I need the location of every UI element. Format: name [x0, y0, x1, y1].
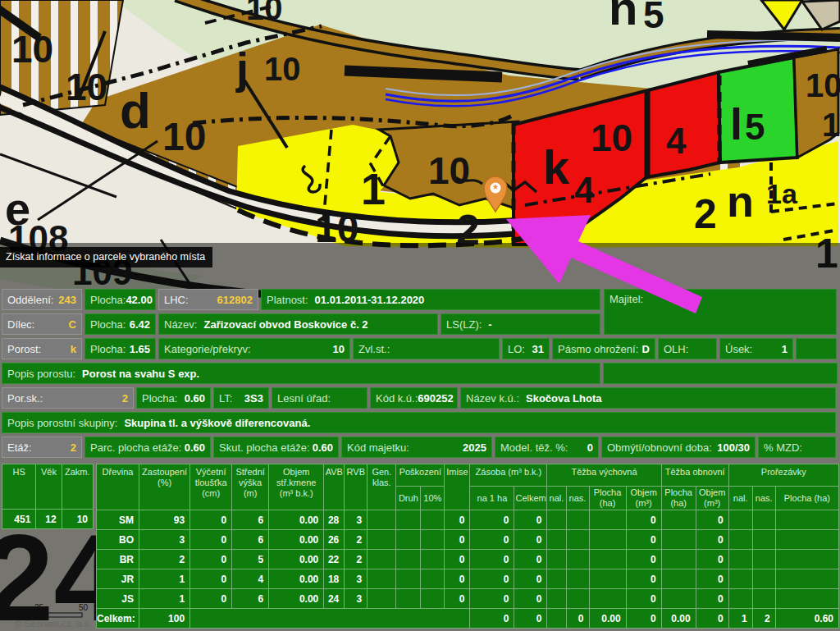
info-label: Plocha: [90, 318, 126, 331]
column-subheader: nal. [547, 487, 566, 510]
info-value: 2025 [463, 441, 486, 454]
map-label: 2 [694, 191, 717, 237]
table-cell: 0 [445, 589, 470, 609]
table-cell: 0 [445, 510, 470, 530]
map-tooltip: Získat informace o parcele vybraného mís… [0, 247, 212, 267]
table-cell [396, 550, 421, 569]
info-row: Oddělení:243Plocha:42.00LHC:612802Platno… [2, 289, 600, 310]
info-label: Kód majetku: [347, 441, 409, 454]
info-value: 2 [71, 441, 76, 454]
table-cell: 26 [324, 530, 345, 550]
info-label: Plocha: [90, 294, 126, 306]
field-lesni-urad: Lesní úřad: [272, 387, 368, 409]
map-label: 1 [822, 107, 840, 143]
info-label: Obmýtí/obnovní doba: [607, 441, 712, 454]
table-cell [661, 510, 696, 530]
info-label: Úsek: [725, 343, 752, 355]
field-mzd: % MZD: [758, 437, 836, 458]
column-header: Těžba výchovná [547, 464, 661, 487]
column-subheader: Plocha (ha) [589, 487, 626, 510]
field-nazev: Název:Zařizovací obvod Boskovice č. 2 [158, 313, 438, 335]
table-cell [589, 589, 626, 609]
table-cell: 0.00 [661, 609, 696, 629]
column-header: AVB [324, 464, 345, 510]
field-dilec: Dílec:C [2, 313, 82, 335]
table-cell [566, 530, 589, 550]
field-zvlst: Zvl.st.: [353, 338, 500, 359]
column-header: Prořezávky [728, 464, 838, 487]
table-cell [566, 550, 589, 569]
field-platnost: Platnost:01.01.2011-31.12.2020 [261, 289, 600, 310]
column-header: RVB [345, 464, 368, 510]
info-label: Oddělení: [7, 294, 53, 306]
info-row: Popis porostní skupiny:Skupina tl. a výš… [2, 412, 836, 433]
info-label: LT: [219, 392, 232, 405]
table-cell: 0 [190, 569, 232, 589]
table-cell [728, 510, 752, 530]
table-cell [421, 589, 445, 609]
table-cell: 0 [696, 609, 728, 629]
species-row: BR2050.0022200000 [97, 550, 839, 569]
column-subheader: Plocha (ha) [775, 487, 838, 510]
table-cell: 0 [470, 589, 514, 609]
field-lo: LO:31 [502, 338, 550, 359]
map-label: 5 [643, 0, 664, 36]
map-label: 10 [162, 115, 206, 158]
table-cell [589, 510, 626, 530]
field-majitel: Majitel: [604, 289, 837, 335]
field-porsk: Por.sk.:2 [2, 387, 134, 409]
info-value: Zařizovací obvod Boskovice č. 2 [203, 318, 368, 331]
info-label: Popis porostu: [7, 368, 75, 380]
info-value: 0.60 [185, 441, 205, 454]
info-label: LS(LZ): [446, 318, 482, 331]
table-cell: 0 [626, 530, 661, 550]
table-cell [661, 569, 696, 589]
column-header: Střední výška (m) [232, 464, 269, 510]
info-label: Plocha: [90, 343, 126, 355]
table-cell [728, 530, 752, 550]
table-cell [547, 569, 566, 589]
table-cell [190, 609, 470, 629]
svg-text:*: * [493, 182, 498, 195]
info-value: 243 [58, 294, 76, 306]
table-cell [589, 569, 626, 589]
table-cell [368, 550, 396, 569]
field-parc-plocha-etaze: Parc. plocha etáže:0.60 [84, 437, 211, 458]
info-label: OLH: [664, 343, 688, 355]
info-label: Popis porostní skupiny: [7, 417, 117, 429]
column-header: Výčetní tloušťka (cm) [190, 464, 232, 510]
table-cell [775, 510, 838, 530]
table-cell: JR [97, 569, 139, 589]
column-header: Gen. klas. [368, 464, 396, 510]
table-cell: 1 [139, 569, 190, 589]
table-cell: 0 [514, 609, 547, 629]
info-label: Kategorie/překryv: [164, 343, 251, 355]
column-header: HS [2, 464, 36, 510]
info-value: k [71, 343, 76, 355]
drevina-table: DřevinaZastoupení (%)Výčetní tloušťka (c… [96, 464, 839, 629]
table-cell [368, 569, 396, 589]
table-cell: 0 [470, 569, 514, 589]
table-cell: 2 [752, 609, 775, 629]
table-cell [396, 569, 421, 589]
map-label: n [727, 176, 754, 226]
table-cell: 0 [445, 569, 470, 589]
info-value: Skočova Lhota [526, 392, 601, 405]
species-row: BO3060.0026200000 [97, 530, 839, 550]
column-subheader: nas. [566, 487, 589, 510]
field-plocha-porost: Plocha:1.65 [84, 338, 156, 359]
species-row: JR1040.0018300000 [97, 569, 839, 589]
map-label: 10 [428, 149, 470, 192]
table-cell [566, 510, 589, 530]
info-label: Název k.ú.: [466, 392, 519, 405]
field-skut-plocha-etaze: Skut. plocha etáže:0.60 [213, 437, 339, 458]
table-cell: 4 [232, 569, 269, 589]
table-cell [421, 550, 445, 569]
table-cell: 0 [445, 550, 470, 569]
column-subheader: Plocha (ha) [661, 487, 696, 510]
species-row: JS1060.0024300000 [97, 589, 839, 609]
field-etaz: Etáž:2 [2, 437, 82, 458]
info-label: Por.sk.: [7, 392, 43, 405]
table-cell [421, 530, 445, 550]
info-value: - [488, 318, 491, 331]
